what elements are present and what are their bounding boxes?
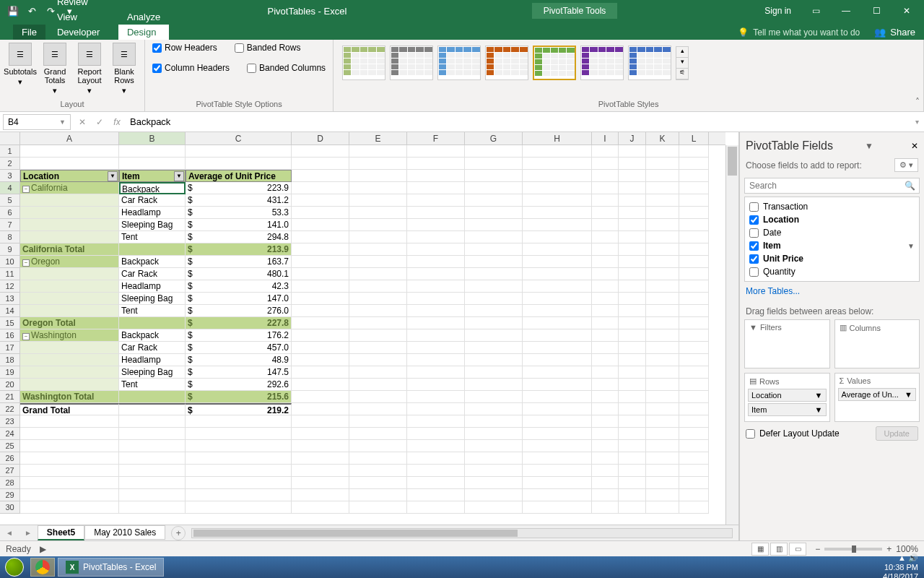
pivot-value-cell[interactable]: $276.0 — [186, 305, 292, 317]
row-header[interactable]: 8 — [0, 231, 20, 243]
column-header[interactable]: K — [646, 132, 679, 144]
pivot-group-label[interactable]: −Oregon — [20, 256, 119, 268]
pivot-item-cell[interactable]: Backpack — [119, 182, 186, 194]
pivot-item-cell[interactable]: Sleeping Bag — [119, 366, 186, 379]
row-headers-checkbox[interactable]: Row Headers — [149, 41, 220, 54]
column-header[interactable]: C — [186, 132, 292, 144]
gear-icon[interactable]: ⚙ ▾ — [894, 158, 918, 172]
chevron-down-icon[interactable]: ▼ — [905, 390, 912, 399]
column-header[interactable]: G — [465, 132, 523, 144]
column-header[interactable]: J — [619, 132, 646, 144]
page-break-view-icon[interactable]: ▭ — [789, 543, 806, 556]
pivot-subtotal-label[interactable]: Oregon Total — [20, 317, 119, 329]
pivot-item-cell[interactable]: Car Rack — [119, 342, 186, 354]
save-icon[interactable]: 💾 — [6, 4, 20, 18]
style-thumb[interactable] — [485, 46, 528, 80]
pivot-subtotal-label[interactable]: California Total — [20, 243, 119, 256]
field-checkbox[interactable] — [749, 202, 759, 212]
column-header[interactable]: A — [20, 132, 119, 144]
pivot-item-cell[interactable]: Sleeping Bag — [119, 293, 186, 305]
pivot-value-cell[interactable]: $294.8 — [186, 231, 292, 243]
field-item[interactable]: Unit Price — [748, 252, 916, 265]
new-sheet-icon[interactable]: + — [171, 526, 186, 540]
tab-file[interactable]: File — [13, 25, 45, 40]
signin-link[interactable]: Sign in — [764, 6, 791, 16]
zoom-in-icon[interactable]: + — [886, 544, 892, 554]
pivot-item-cell[interactable]: Tent — [119, 379, 186, 391]
report-layout-button[interactable]: ☰Report Layout▾ — [74, 41, 105, 96]
tab-design[interactable]: Design — [118, 25, 169, 40]
pivot-item-cell[interactable]: Sleeping Bag — [119, 219, 186, 231]
tray-up-icon[interactable]: ▲ — [898, 553, 908, 562]
chevron-down-icon[interactable]: ▼ — [59, 118, 66, 126]
column-header[interactable]: B — [119, 132, 186, 144]
vertical-scrollbar[interactable] — [725, 145, 738, 525]
network-icon[interactable]: 🔊 — [908, 553, 918, 562]
column-header[interactable]: H — [523, 132, 592, 144]
pivot-value-cell[interactable]: $292.6 — [186, 379, 292, 391]
zoom-level[interactable]: 100% — [896, 544, 918, 554]
row-header[interactable]: 27 — [0, 465, 20, 477]
collapse-ribbon-icon[interactable]: ˄ — [915, 97, 920, 107]
column-headers-checkbox[interactable]: Column Headers — [149, 61, 232, 74]
pivot-item-cell[interactable]: Tent — [119, 231, 186, 243]
pivot-value-cell[interactable]: $147.0 — [186, 293, 292, 305]
pivot-item-cell[interactable]: Backpack — [119, 329, 186, 342]
field-item[interactable]: Date — [748, 226, 916, 239]
pivot-value-cell[interactable]: $176.2 — [186, 329, 292, 342]
pivot-value-cell[interactable]: $480.1 — [186, 268, 292, 280]
dropzone-field[interactable]: Average of Un...▼ — [838, 388, 917, 401]
pivot-subtotal-value[interactable]: $227.8 — [186, 317, 292, 329]
row-header[interactable]: 6 — [0, 207, 20, 219]
update-button[interactable]: Update — [876, 426, 918, 441]
style-gallery[interactable]: ▴▾⚟ — [338, 41, 919, 85]
pivot-value-cell[interactable]: $457.0 — [186, 342, 292, 354]
pivot-item-cell[interactable]: Headlamp — [119, 280, 186, 293]
pivot-value-cell[interactable]: $163.7 — [186, 256, 292, 268]
tab-view[interactable]: View — [48, 9, 118, 25]
style-thumb[interactable] — [342, 46, 385, 80]
name-box[interactable]: B4▼ — [3, 114, 71, 130]
columns-drop-zone[interactable]: ▥Columns — [834, 319, 920, 368]
filters-drop-zone[interactable]: ▼Filters — [744, 319, 830, 368]
row-header[interactable]: 17 — [0, 342, 20, 354]
zoom-out-icon[interactable]: − — [815, 544, 820, 554]
pivot-item-cell[interactable]: Tent — [119, 305, 186, 317]
row-header[interactable]: 7 — [0, 219, 20, 231]
tab-review[interactable]: Review — [48, 0, 118, 9]
row-header[interactable]: 18 — [0, 354, 20, 366]
field-checkbox[interactable] — [749, 254, 759, 264]
filter-dropdown-icon[interactable]: ▼ — [174, 171, 184, 181]
row-header[interactable]: 3 — [0, 170, 20, 182]
style-thumb[interactable] — [580, 46, 624, 80]
pivot-item-cell[interactable]: Headlamp — [119, 207, 186, 219]
row-header[interactable]: 23 — [0, 415, 20, 428]
pivot-header-item[interactable]: Item▼ — [119, 170, 186, 182]
chevron-down-icon[interactable]: ▼ — [815, 391, 823, 400]
row-header[interactable]: 26 — [0, 452, 20, 465]
collapse-icon[interactable]: − — [22, 333, 30, 340]
collapse-icon[interactable]: − — [22, 186, 30, 193]
gallery-scroll-icon[interactable]: ▴ — [676, 47, 688, 58]
row-header[interactable]: 16 — [0, 329, 20, 342]
column-header[interactable]: E — [349, 132, 407, 144]
column-header[interactable]: L — [679, 132, 709, 144]
close-pane-icon[interactable]: ✕ — [911, 141, 918, 151]
pivot-grand-value[interactable]: $219.2 — [186, 403, 292, 415]
row-header[interactable]: 14 — [0, 305, 20, 317]
ribbon-display-icon[interactable]: ▭ — [801, 0, 830, 22]
tab-analyze[interactable]: Analyze — [118, 9, 169, 25]
undo-icon[interactable]: ↶ — [25, 4, 39, 18]
style-thumb[interactable] — [533, 46, 576, 80]
column-headers[interactable]: ABCDEFGHIJKL — [20, 132, 725, 145]
field-checkbox[interactable] — [749, 215, 759, 225]
pivot-subtotal-label[interactable]: Washington Total — [20, 391, 119, 403]
banded-columns-checkbox[interactable]: Banded Columns — [244, 61, 328, 74]
pivot-group-label[interactable]: −California — [20, 182, 119, 194]
dropzone-field[interactable]: Location▼ — [748, 389, 827, 402]
row-header[interactable]: 21 — [0, 391, 20, 403]
row-header[interactable]: 9 — [0, 243, 20, 256]
style-thumb[interactable] — [437, 46, 481, 80]
field-checkbox[interactable] — [749, 267, 759, 277]
pivot-value-cell[interactable]: $48.9 — [186, 354, 292, 366]
